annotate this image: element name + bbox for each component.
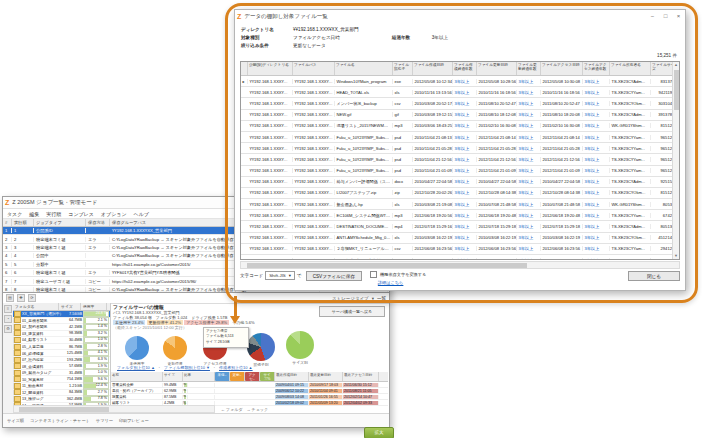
pie-chart-1[interactable] xyxy=(125,336,149,360)
age-link-updated[interactable]: 3年以上 xyxy=(517,101,541,106)
age-link-accessed[interactable]: 3年以上 xyxy=(583,179,610,184)
age-link-created[interactable]: 3年以上 xyxy=(453,123,477,128)
link-owner-top10[interactable]: 作成者別上位10 ▲ xyxy=(219,365,253,370)
age-link-updated[interactable]: 3年以上 xyxy=(517,168,541,173)
age-link-accessed[interactable]: 3年以上 xyxy=(583,190,610,195)
menu-options[interactable]: オプション xyxy=(101,211,127,217)
menu-edit[interactable]: 編集 xyxy=(29,211,39,217)
age-link-created[interactable]: 3年以上 xyxy=(453,202,477,207)
age-link-updated[interactable]: 3年以上 xyxy=(517,146,541,151)
maximize-icon[interactable]: □ xyxy=(659,10,672,23)
age-link-created[interactable]: 3年以上 xyxy=(453,246,477,251)
file-row[interactable]: ¥¥192.168.1.XXX¥...¥¥192.168.1.XXX¥...新企… xyxy=(241,199,679,210)
close-icon[interactable]: × xyxy=(672,10,685,23)
gear-icon[interactable]: ⚙ xyxy=(4,325,12,333)
row-selector[interactable]: ▸ xyxy=(241,79,248,84)
age-link-created[interactable]: 3年以上 xyxy=(453,190,477,195)
age-link-updated[interactable]: 3年以上 xyxy=(517,190,541,195)
link-folder-top10[interactable]: フォルダ別上位10 ▲ xyxy=(117,365,155,370)
age-link-updated[interactable]: 3年以上 xyxy=(517,112,541,117)
age-link-accessed[interactable]: 3年以上 xyxy=(583,112,610,117)
statusbar-tab-print[interactable]: 印刷プレビュー xyxy=(119,418,149,423)
age-link-accessed[interactable]: 3年以上 xyxy=(583,202,610,207)
chart-icon[interactable]: ◔ xyxy=(4,315,12,323)
file-row[interactable]: ¥¥192.168.1.XXX¥...¥¥192.168.1.XXX¥...Fu… xyxy=(241,154,679,165)
age-link-accessed[interactable]: 3年以上 xyxy=(583,258,610,260)
report-button[interactable]: サーバ構成一覧へ戻る xyxy=(319,306,385,317)
age-link-updated[interactable]: 3年以上 xyxy=(517,123,541,128)
age-link-updated[interactable]: 3年以上 xyxy=(517,179,541,184)
statusbar-tab-context[interactable]: コンテキストライン・チャート xyxy=(30,418,90,423)
pie-chart-4[interactable] xyxy=(247,333,275,361)
file-row[interactable]: ¥¥192.168.1.XXX¥...¥¥192.168.1.XXX¥...メン… xyxy=(241,98,679,109)
scroll-up-icon[interactable]: ▲ xyxy=(673,62,679,68)
scroll-down-icon[interactable]: ▼ xyxy=(673,253,679,259)
file-row[interactable]: ¥¥192.168.1.XXX¥...¥¥192.168.1.XXX¥...EC… xyxy=(241,210,679,221)
age-link-accessed[interactable]: 3年以上 xyxy=(583,123,610,128)
age-link-created[interactable]: 3年以上 xyxy=(453,146,477,151)
file-row[interactable]: ¥¥192.168.1.XXX¥...¥¥192.168.1.XXX¥...Fu… xyxy=(241,166,679,177)
age-link-updated[interactable]: 3年以上 xyxy=(517,224,541,229)
dialog-vertical-scrollbar[interactable]: ▲ ▼ xyxy=(672,62,679,259)
pie-chart-2[interactable] xyxy=(163,336,187,360)
age-link-created[interactable]: 3年以上 xyxy=(453,224,477,229)
expand-button[interactable]: 拡大 xyxy=(364,427,394,438)
checkbox-icon[interactable] xyxy=(370,271,377,278)
close-button[interactable]: 閉じる xyxy=(628,271,680,281)
age-link-updated[interactable]: 3年以上 xyxy=(517,157,541,162)
age-link-accessed[interactable]: 3年以上 xyxy=(583,90,610,95)
age-link-updated[interactable]: 3年以上 xyxy=(517,235,541,240)
link-filetype-top10[interactable]: ファイル種類別上位10 ▼ xyxy=(164,365,210,370)
menu-help[interactable]: ヘルプ xyxy=(134,211,149,217)
menu-compress[interactable]: コンプレス xyxy=(68,211,94,217)
age-link-created[interactable]: 3年以上 xyxy=(453,90,477,95)
pie-chart-5[interactable] xyxy=(286,331,314,359)
age-link-created[interactable]: 3年以上 xyxy=(453,135,477,140)
age-link-created[interactable]: 3年以上 xyxy=(453,168,477,173)
save-csv-button[interactable]: CSVファイルに保存 xyxy=(306,271,362,281)
age-link-updated[interactable]: 3年以上 xyxy=(517,246,541,251)
list-icon[interactable]: ▤ xyxy=(6,294,14,302)
file-row[interactable]: ¥¥192.168.1.XXX¥...¥¥192.168.1.XXX¥...２店… xyxy=(241,244,679,255)
dialog-horizontal-scrollbar[interactable] xyxy=(240,261,680,269)
file-row[interactable]: ▸¥¥192.168.1.XXX¥...¥¥192.168.1.XXX¥...W… xyxy=(241,76,679,87)
encoding-select[interactable]: Shift-JIS ▾ xyxy=(265,271,295,280)
statusbar-tab-size[interactable]: サイズ順 xyxy=(7,418,24,423)
file-row[interactable]: ¥¥192.168.1.XXX¥...¥¥192.168.1.XXX¥...Fu… xyxy=(241,143,679,154)
age-link-updated[interactable]: 3年以上 xyxy=(517,202,541,207)
view-mode-label[interactable]: 一覧 xyxy=(377,296,386,301)
age-link-accessed[interactable]: 3年以上 xyxy=(583,246,610,251)
age-link-accessed[interactable]: 3年以上 xyxy=(583,235,610,240)
age-link-created[interactable]: 3年以上 xyxy=(453,157,477,162)
menu-task[interactable]: タスク xyxy=(7,211,22,217)
age-link-updated[interactable]: 3年以上 xyxy=(517,135,541,140)
age-link-accessed[interactable]: 3年以上 xyxy=(583,101,610,106)
age-link-updated[interactable]: 3年以上 xyxy=(517,90,541,95)
file-row[interactable]: ¥¥192.168.1.XXX¥...¥¥192.168.1.XXX¥...Fu… xyxy=(241,132,679,143)
age-link-accessed[interactable]: 3年以上 xyxy=(583,224,610,229)
chevron-down-icon[interactable]: ▾ xyxy=(372,296,374,301)
age-link-updated[interactable]: 3年以上 xyxy=(517,79,541,84)
age-link-accessed[interactable]: 3年以上 xyxy=(583,157,610,162)
age-link-updated[interactable]: 3年以上 xyxy=(517,258,541,260)
refresh-icon[interactable]: ⟳ xyxy=(28,294,36,302)
age-link-accessed[interactable]: 3年以上 xyxy=(583,146,610,151)
details-link[interactable]: 詳細はこちら xyxy=(378,280,427,285)
age-link-created[interactable]: 3年以上 xyxy=(453,213,477,218)
age-link-accessed[interactable]: 3年以上 xyxy=(583,79,610,84)
age-link-created[interactable]: 3年以上 xyxy=(453,235,477,240)
minimize-icon[interactable]: − xyxy=(646,10,659,23)
age-link-created[interactable]: 3年以上 xyxy=(453,101,477,106)
age-link-accessed[interactable]: 3年以上 xyxy=(583,135,610,140)
file-row[interactable]: ¥¥192.168.1.XXX¥...¥¥192.168.1.XXX¥...NE… xyxy=(241,110,679,121)
dialog-titlebar[interactable]: Z データの棚卸し対象ファイル一覧 − □ × xyxy=(235,10,685,23)
statusbar-tab-summary[interactable]: サマリー xyxy=(96,418,113,423)
age-link-created[interactable]: 3年以上 xyxy=(453,112,477,117)
age-link-accessed[interactable]: 3年以上 xyxy=(583,168,610,173)
file-row[interactable]: ¥¥192.168.1.XXX¥...¥¥192.168.1.XXX¥...AN… xyxy=(241,233,679,244)
file-row[interactable]: ¥¥192.168.1.XXX¥...¥¥192.168.1.XXX¥...給与… xyxy=(241,177,679,188)
menu-order[interactable]: 実行順 xyxy=(46,211,61,217)
age-link-created[interactable]: 3年以上 xyxy=(453,258,477,260)
file-row[interactable]: ¥¥192.168.1.XXX¥...¥¥192.168.1.XXX¥...現場… xyxy=(241,121,679,132)
age-link-created[interactable]: 3年以上 xyxy=(453,79,477,84)
